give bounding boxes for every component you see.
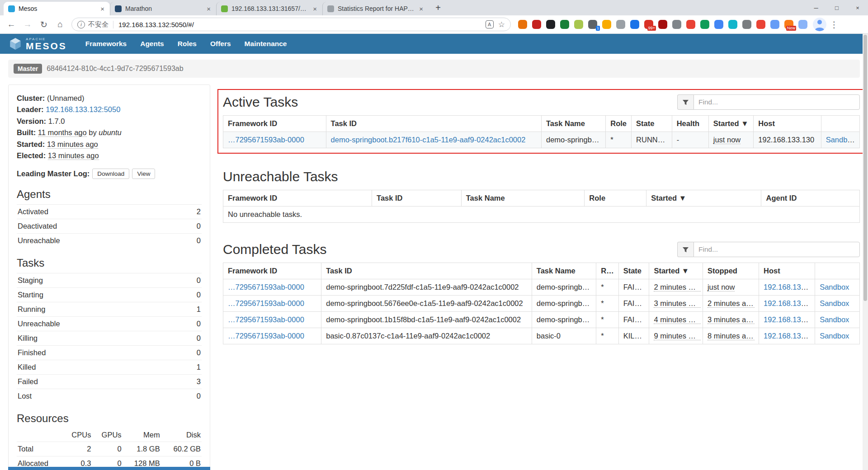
column-header[interactable]: Role (596, 263, 618, 279)
extension-icon[interactable] (686, 20, 695, 29)
sandbox-link[interactable]: Sandbox (820, 299, 849, 307)
extension-icon[interactable] (602, 20, 611, 29)
framework-link[interactable]: …7295671593ab-0000 (228, 299, 304, 307)
find-input[interactable] (693, 94, 860, 110)
browser-menu-icon[interactable]: ⋮ (827, 19, 841, 30)
column-header[interactable]: Started ▼ (649, 263, 703, 279)
extension-icon[interactable] (518, 20, 527, 29)
extension-icon[interactable] (672, 20, 681, 29)
home-button[interactable]: ⌂ (52, 17, 68, 32)
column-header[interactable]: Task ID (321, 263, 532, 279)
tab-close-icon[interactable]: × (99, 5, 105, 13)
reload-button[interactable]: ↻ (36, 17, 52, 32)
nav-item-offers[interactable]: Offers (203, 40, 238, 48)
mesos-brand[interactable]: APACHE MESOS (9, 38, 67, 51)
browser-tab[interactable]: 192.168.133.131:31657/hello× (216, 2, 322, 15)
tab-close-icon[interactable]: × (418, 5, 424, 13)
extension-icon[interactable] (546, 20, 555, 29)
url-text[interactable]: 192.168.133.132:5050/#/ (118, 21, 486, 28)
extension-icon[interactable]: 1 (588, 20, 597, 29)
new-tab-button[interactable]: + (431, 1, 445, 14)
nav-item-frameworks[interactable]: Frameworks (79, 40, 133, 48)
column-header[interactable]: Host (754, 116, 821, 132)
host-link[interactable]: 192.168.133.131 (764, 283, 815, 291)
browser-tab[interactable]: Statistics Report for HAProxy× (322, 2, 429, 15)
column-header[interactable]: State (618, 263, 649, 279)
filter-button[interactable] (677, 242, 693, 257)
column-header[interactable]: Started ▼ (708, 116, 754, 132)
column-header[interactable]: Role (585, 190, 646, 207)
find-input[interactable] (693, 242, 860, 257)
column-header[interactable] (821, 116, 859, 132)
extension-icon[interactable]: New (784, 20, 793, 29)
extension-icon[interactable] (616, 20, 625, 29)
stat-label: Activated (18, 207, 48, 216)
framework-link[interactable]: …7295671593ab-0000 (228, 332, 304, 340)
extension-icon[interactable] (658, 20, 667, 29)
forward-button[interactable]: → (20, 17, 35, 32)
extension-icon[interactable] (574, 20, 583, 29)
stat-value: 2 (197, 207, 201, 216)
extension-icon[interactable] (700, 20, 709, 29)
column-header[interactable]: Framework ID (223, 116, 326, 132)
framework-link[interactable]: …7295671593ab-0000 (228, 315, 304, 324)
tab-close-icon[interactable]: × (206, 5, 212, 13)
profile-avatar[interactable] (813, 18, 826, 31)
column-header[interactable]: Role (606, 116, 632, 132)
filter-button[interactable] (677, 94, 693, 110)
column-header[interactable] (815, 263, 860, 279)
column-header[interactable]: State (632, 116, 672, 132)
column-header[interactable]: Framework ID (223, 263, 321, 279)
address-bar[interactable]: i 不安全 192.168.133.132:5050/#/ A ☆ (71, 18, 511, 31)
back-button[interactable]: ← (4, 17, 19, 32)
column-header[interactable]: Started ▼ (646, 190, 761, 207)
extension-icon[interactable] (770, 20, 779, 29)
column-header[interactable]: Task ID (372, 190, 462, 207)
extension-icon[interactable] (532, 20, 541, 29)
column-header[interactable]: Framework ID (223, 190, 372, 207)
translate-icon[interactable]: A (486, 20, 494, 28)
page-info-icon[interactable]: i (77, 21, 85, 28)
extension-icon[interactable] (742, 20, 751, 29)
sandbox-link[interactable]: Sandbox (820, 332, 849, 340)
task-link[interactable]: demo-springboot.b217f610-c1a5-11e9-aaf9-… (331, 136, 526, 144)
sandbox-link[interactable]: Sandbox (820, 315, 849, 324)
framework-link[interactable]: …7295671593ab-0000 (228, 136, 304, 144)
leader-link[interactable]: 192.168.133.132:5050 (46, 105, 120, 113)
minimize-button[interactable]: ─ (806, 0, 826, 15)
column-header[interactable]: Agent ID (761, 190, 860, 207)
extension-icon[interactable] (756, 20, 765, 29)
maximize-button[interactable]: □ (826, 0, 847, 15)
framework-link[interactable]: …7295671593ab-0000 (228, 283, 304, 291)
scrollbar-thumb[interactable] (863, 35, 867, 301)
column-header[interactable]: Task Name (532, 263, 596, 279)
host-link[interactable]: 192.168.133.130 (764, 315, 815, 324)
extension-icon[interactable]: 99+ (644, 20, 653, 29)
sandbox-link[interactable]: Sandbox (820, 283, 849, 291)
view-log-button[interactable]: View (132, 169, 155, 179)
nav-item-roles[interactable]: Roles (171, 40, 203, 48)
extension-icon[interactable] (630, 20, 639, 29)
page-scrollbar[interactable] (863, 34, 868, 470)
column-header[interactable]: Task Name (542, 116, 606, 132)
browser-tab[interactable]: Mesos× (4, 2, 110, 15)
extension-icon[interactable] (714, 20, 723, 29)
host-link[interactable]: 192.168.133.130 (764, 332, 815, 340)
browser-tab[interactable]: Marathon× (110, 2, 216, 15)
column-header[interactable]: Task ID (326, 116, 541, 132)
tab-close-icon[interactable]: × (312, 5, 318, 13)
column-header[interactable]: Health (672, 116, 708, 132)
host-link[interactable]: 192.168.133.130 (764, 299, 815, 307)
nav-item-agents[interactable]: Agents (133, 40, 171, 48)
bookmark-star-icon[interactable]: ☆ (498, 20, 505, 29)
extension-icon[interactable] (798, 20, 807, 29)
download-log-button[interactable]: Download (92, 169, 129, 179)
nav-item-maintenance[interactable]: Maintenance (238, 40, 294, 48)
close-window-button[interactable]: × (847, 0, 868, 15)
column-header[interactable]: Host (759, 263, 815, 279)
extension-icon[interactable] (728, 20, 737, 29)
column-header[interactable]: Task Name (461, 190, 585, 207)
column-header[interactable]: Stopped (703, 263, 759, 279)
sandbox-link[interactable]: Sandbox (826, 136, 855, 144)
extension-icon[interactable] (560, 20, 569, 29)
